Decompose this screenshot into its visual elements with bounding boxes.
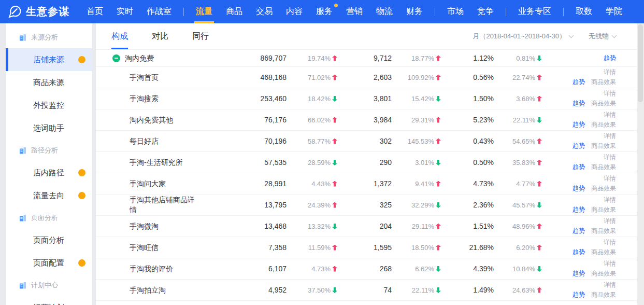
link-row: 趋势 商品效果 <box>573 162 616 172</box>
nav-item[interactable]: 财务 <box>399 0 430 23</box>
nav-item[interactable]: 营销 <box>339 0 369 23</box>
detail-link[interactable]: 详情 <box>604 195 616 205</box>
sidebar-entry[interactable]: 选词助手 <box>6 117 92 140</box>
nav-item[interactable]: 服务 <box>309 0 339 23</box>
detail-link[interactable]: 详情 <box>604 174 616 184</box>
conversion-rate-value: 5.23% <box>441 116 494 124</box>
sidebar-entry[interactable]: 外投监控 <box>6 94 92 117</box>
app-title: 生意参谋 <box>26 5 69 19</box>
sidebar-entry[interactable]: 店内路径 <box>6 161 92 184</box>
trend-arrow-icon <box>332 245 337 251</box>
product-effect-link[interactable]: 商品效果 <box>591 205 616 215</box>
buyers-change: 29.31% <box>392 116 441 124</box>
trend-arrow-icon <box>332 75 337 80</box>
product-effect-link[interactable]: 商品效果 <box>591 141 616 151</box>
detail-link[interactable]: 详情 <box>604 259 616 269</box>
nav-item-label: 作战室 <box>147 6 171 17</box>
sidebar-entry[interactable]: 计划中心 <box>6 274 92 296</box>
trend-link[interactable]: 趋势 <box>573 184 585 193</box>
tab[interactable]: 对比 <box>152 23 168 49</box>
trend-arrow-icon <box>537 224 542 229</box>
sidebar-entry-label: 页面分析 <box>33 235 64 245</box>
collapse-minus-icon[interactable] <box>112 54 120 62</box>
product-effect-link[interactable]: 商品效果 <box>591 226 616 236</box>
nav-item[interactable]: 内容 <box>279 0 309 23</box>
filters: 月（2018-04-01~2018-04-30） 无线端 <box>473 32 616 41</box>
source-name: 手淘问大家 <box>130 179 166 189</box>
sidebar-entry[interactable]: 来源分析 <box>6 26 92 48</box>
trend-link[interactable]: 趋势 <box>573 290 585 300</box>
visitors-value: 7,358 <box>224 243 287 252</box>
notification-badge-dot <box>334 4 338 7</box>
product-effect-link[interactable]: 商品效果 <box>591 269 616 279</box>
tab[interactable]: 同行 <box>192 23 209 49</box>
trend-link[interactable]: 趋势 <box>573 141 585 151</box>
actions-cell: 详情 趋势 商品效果 <box>542 89 616 108</box>
source-name-cell: 每日好店 <box>105 136 224 146</box>
product-effect-link[interactable]: 商品效果 <box>591 99 616 108</box>
source-name: 手淘其他店铺商品详情 <box>130 195 198 215</box>
sidebar-entry[interactable]: 路径分析 <box>6 140 92 161</box>
detail-link[interactable]: 详情 <box>604 152 616 162</box>
nav-item[interactable]: 商品 <box>219 0 249 23</box>
sidebar-entry[interactable]: 运营计划 <box>6 296 92 305</box>
nav-item[interactable]: 市场 <box>440 0 470 23</box>
trend-link[interactable]: 趋势 <box>573 162 585 172</box>
trend-link[interactable]: 趋势 <box>573 226 585 236</box>
link-row: 趋势 商品效果 <box>573 290 616 300</box>
visitors-change-value: 71.02% <box>308 74 331 81</box>
nav-item[interactable]: 交易 <box>249 0 279 23</box>
detail-link[interactable]: 详情 <box>604 238 616 247</box>
detail-link[interactable]: 详情 <box>604 110 616 120</box>
sidebar-entry[interactable]: 商品来源 <box>6 71 92 94</box>
nav-item[interactable]: 实时 <box>110 0 140 23</box>
trend-arrow-icon <box>332 160 337 165</box>
sidebar-entry[interactable]: 页面配置 <box>6 252 92 274</box>
trend-link[interactable]: 趋势 <box>573 120 585 130</box>
table-row: 手淘拍立淘 4,952 37.50% 74 22.11% 1.49% 24.63… <box>96 280 637 301</box>
nav-item[interactable]: 作战室 <box>140 0 178 23</box>
vertical-scrollbar[interactable] <box>637 23 644 305</box>
tab[interactable]: 构成 <box>111 23 128 49</box>
product-effect-link[interactable]: 商品效果 <box>591 162 616 172</box>
nav-item[interactable]: 首页 <box>80 0 110 23</box>
trend-link[interactable]: 趋势 <box>573 269 585 279</box>
trend-arrow-icon <box>436 266 441 272</box>
detail-link[interactable]: 详情 <box>604 131 616 141</box>
buyers-change-value: 145.53% <box>408 137 434 145</box>
sidebar-entry[interactable]: 页面分析 <box>6 229 92 252</box>
detail-link[interactable]: 详情 <box>604 67 616 77</box>
nav-item[interactable]: 竞争 <box>470 0 500 23</box>
app-logo[interactable]: 生意参谋 <box>7 0 69 23</box>
product-effect-link[interactable]: 商品效果 <box>591 290 616 300</box>
nav-item[interactable]: 物流 <box>369 0 399 23</box>
trend-link[interactable]: 趋势 <box>573 247 585 257</box>
date-range-selector[interactable]: 月（2018-04-01~2018-04-30） <box>473 32 573 41</box>
detail-link[interactable]: 详情 <box>604 216 616 226</box>
detail-link[interactable]: 详情 <box>604 89 616 99</box>
trend-link[interactable]: 趋势 <box>573 205 585 215</box>
trend-link[interactable]: 趋势 <box>604 53 616 63</box>
nav-item[interactable]: 取数 <box>569 0 599 23</box>
buyers-change-value: 18.50% <box>411 244 434 252</box>
terminal-selector[interactable]: 无线端 <box>589 32 616 41</box>
product-effect-link[interactable]: 商品效果 <box>591 77 616 87</box>
conversion-rate-change: 48.96% <box>494 223 542 230</box>
conversion-rate-change-value: 45.57% <box>512 201 535 209</box>
nav-item[interactable]: 流量 <box>189 0 219 23</box>
visitors-change: 4.73% <box>287 265 337 273</box>
product-effect-link[interactable]: 商品效果 <box>591 120 616 130</box>
trend-link[interactable]: 趋势 <box>573 99 585 108</box>
buyers-change: 145.53% <box>392 137 441 145</box>
sidebar-entry[interactable]: 店铺来源 <box>6 48 92 71</box>
sidebar-entry[interactable]: 流量去向 <box>6 184 92 207</box>
nav-item[interactable]: 业务专区 <box>511 0 558 23</box>
sidebar-entry[interactable]: 页面分析 <box>6 207 92 229</box>
nav-item[interactable]: 学院 <box>599 0 629 23</box>
product-effect-link[interactable]: 商品效果 <box>591 247 616 257</box>
visitors-change-value: 66.02% <box>308 116 331 124</box>
scrollbar-thumb[interactable] <box>638 24 643 102</box>
detail-link[interactable]: 详情 <box>604 280 616 290</box>
trend-link[interactable]: 趋势 <box>573 77 585 87</box>
product-effect-link[interactable]: 商品效果 <box>591 184 616 193</box>
